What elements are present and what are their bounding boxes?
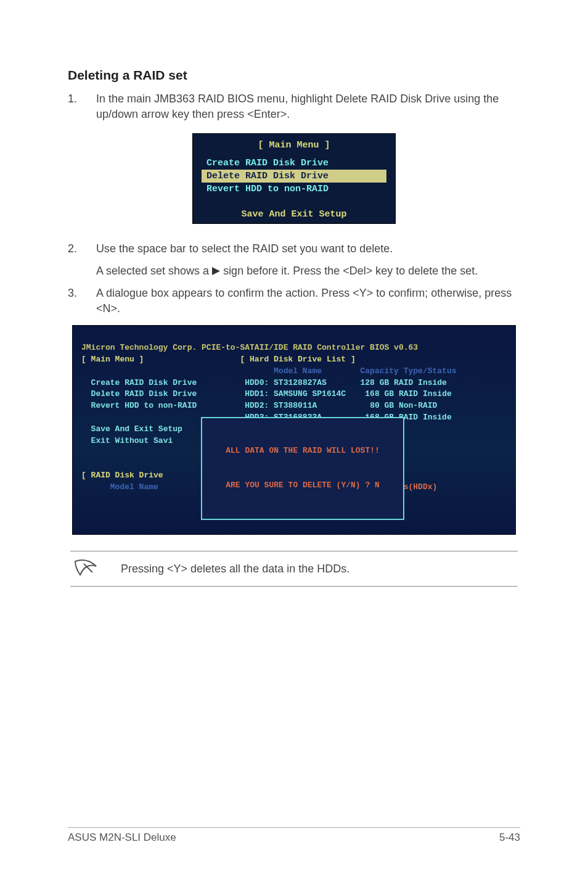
bios2-m3: Revert HDD to non-RAID: [91, 401, 197, 410]
bios1-title: [ Main Menu ]: [202, 140, 386, 151]
bios2-hdd0: HDD0: ST3128827AS: [245, 378, 327, 387]
bios2-dlg-line1: ALL DATA ON THE RAID WILL LOST!!: [205, 445, 401, 457]
footer-page-number: 5-43: [499, 831, 520, 844]
bios2-cap2: 80 GB Non-RAID: [370, 401, 437, 410]
bios2-hdd-title: [ Hard Disk Drive List ]: [240, 355, 355, 364]
step-2: 2. Use the space bar to select the RAID …: [68, 241, 520, 257]
section-heading: Deleting a RAID set: [68, 68, 520, 83]
bios2-confirm-dialog: ALL DATA ON THE RAID WILL LOST!! ARE YOU…: [201, 417, 404, 520]
svg-marker-0: [212, 267, 220, 275]
step-1: 1. In the main JMB363 RAID BIOS menu, hi…: [68, 91, 520, 122]
step-2-sub-b: sign before it. Press the <Del> key to d…: [223, 265, 478, 277]
bios2-m1: Create RAID Disk Drive: [91, 378, 197, 387]
footer-product: ASUS M2N-SLI Deluxe: [68, 831, 176, 844]
bios2-hdd1: HDD1: SAMSUNG SP1614C: [245, 389, 346, 398]
step-1-number: 1.: [68, 91, 96, 122]
bios2-cap1: 168 GB RAID Inside: [365, 389, 451, 398]
step-2-subtext: A selected set shows a sign before it. P…: [96, 263, 520, 279]
note-rule-bottom: [70, 586, 518, 587]
note-text: Pressing <Y> deletes all the data in the…: [121, 563, 518, 576]
bios2-col-model: Model Name: [274, 366, 322, 376]
bios2-col-cap: Capacity Type/Status: [361, 366, 457, 376]
step-3-number: 3.: [68, 286, 96, 316]
bios1-save-exit: Save And Exit Setup: [202, 209, 386, 220]
step-1-text: In the main JMB363 RAID BIOS menu, highl…: [96, 91, 520, 122]
page-footer: ASUS M2N-SLI Deluxe 5-43: [68, 827, 520, 844]
step-3-text: A dialogue box appears to confirm the ac…: [96, 286, 520, 316]
step-2-number: 2.: [68, 241, 96, 257]
bios-main-menu-screenshot: [ Main Menu ] Create RAID Disk Drive Del…: [192, 133, 396, 224]
bios2-main-title: [ Main Menu ]: [81, 355, 144, 364]
step-2-sub-a: A selected set shows a: [96, 265, 212, 277]
note-block: Pressing <Y> deletes all the data in the…: [68, 551, 520, 587]
bios1-item-revert: Revert HDD to non-RAID: [202, 183, 386, 196]
bios-delete-dialog-screenshot: JMicron Technology Corp. PCIE-to-SATAII/…: [72, 325, 516, 535]
pencil-note-icon: [71, 558, 99, 580]
bios2-m4: Save And Exit Setup: [91, 424, 182, 434]
bios2-m2: Delete RAID Disk Drive: [91, 389, 197, 398]
bios2-raid-model: Model Name: [110, 482, 158, 492]
step-3: 3. A dialogue box appears to confirm the…: [68, 286, 520, 316]
bios2-header: JMicron Technology Corp. PCIE-to-SATAII/…: [81, 343, 418, 352]
bios2-raid-title: [ RAID Disk Drive: [81, 471, 163, 480]
triangle-icon: [212, 264, 220, 279]
bios1-item-create: Create RAID Disk Drive: [202, 157, 386, 170]
bios2-cap0: 128 GB RAID Inside: [361, 378, 447, 387]
note-rule-top: [70, 551, 518, 551]
step-2-text: Use the space bar to select the RAID set…: [96, 241, 520, 257]
bios1-item-delete-highlighted: Delete RAID Disk Drive: [202, 170, 386, 183]
bios2-hdd2: HDD2: ST388011A: [245, 401, 317, 410]
bios2-dlg-line2: ARE YOU SURE TO DELETE (Y/N) ? N: [205, 480, 401, 492]
bios2-m5: Exit Without Savi: [91, 436, 173, 445]
